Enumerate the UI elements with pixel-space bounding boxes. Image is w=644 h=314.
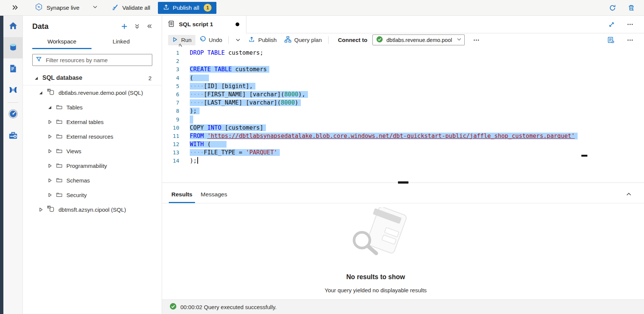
collapse-results-chevron-up-icon[interactable] [626, 185, 644, 203]
filter-resources-input[interactable] [45, 57, 149, 64]
publish-all-button[interactable]: Publish all 1 [158, 2, 217, 14]
document-tabstrip: SQL script 1 [162, 16, 644, 33]
toolbar-more-icon[interactable] [473, 37, 480, 43]
editor-results-splitter[interactable] [162, 182, 644, 185]
tree-item-label: Security [66, 192, 87, 198]
nav-home[interactable] [3, 16, 23, 37]
tab-sql-script-1[interactable]: SQL script 1 [162, 16, 246, 33]
database-icon [47, 205, 55, 214]
editor-more-icon[interactable] [627, 37, 633, 43]
query-plan-flowchart-icon [284, 36, 291, 44]
code-line-10[interactable]: 10COPY INTO [customers] [162, 124, 644, 132]
sql-code-editor[interactable]: 1DROP TABLE customers;23CREATE TABLE cus… [162, 46, 644, 182]
code-line-7[interactable]: 7····[LAST_NAME] [varchar](8000) [162, 99, 644, 107]
unsaved-changes-dot [236, 22, 239, 26]
empty-results-title: No results to show [346, 273, 405, 281]
tab-more-icon[interactable] [627, 21, 633, 28]
properties-icon[interactable] [607, 36, 615, 44]
triangle-collapsed-icon[interactable] [47, 163, 52, 168]
integrate-icon [8, 85, 18, 96]
code-line-8[interactable]: 8); [162, 107, 644, 115]
synapse-logo-icon [35, 3, 43, 12]
folder-icon [56, 104, 63, 111]
tab-messages[interactable]: Messages [197, 185, 231, 203]
folder-icon [56, 148, 63, 155]
line-number: 12 [162, 140, 190, 148]
collapse-panel-double-chevron-left-icon[interactable] [146, 23, 153, 30]
code-line-12[interactable]: 12WITH ( [162, 140, 644, 148]
code-line-4[interactable]: 4( [162, 74, 644, 82]
no-results-illustration [340, 207, 411, 260]
synapse-studio-app: Synapse live Validate all Publish all 1 [0, 0, 644, 314]
line-number: 8 [162, 107, 190, 115]
triangle-expanded-icon[interactable] [38, 90, 43, 95]
pool-name: dbtlabs.revenue.demo.pool [386, 37, 452, 43]
undo-button[interactable]: Undo [195, 34, 226, 45]
validate-check-icon [111, 3, 119, 12]
tree-item-security[interactable]: Security [23, 188, 162, 202]
nav-data[interactable] [3, 37, 23, 58]
triangle-expanded-icon[interactable] [33, 76, 39, 81]
publish-button[interactable]: Publish [245, 34, 280, 45]
code-line-13[interactable]: 13····FILE_TYPE = 'PARQUET' [162, 148, 644, 157]
triangle-collapsed-icon[interactable] [47, 178, 52, 183]
code-line-5[interactable]: 5····[ID] [bigint], [162, 82, 644, 90]
tree-item-dbtmsft-azsyn-cipool-sql[interactable]: dbtmsft.azsyn.cipool (SQL) [23, 202, 162, 217]
connect-pool-dropdown[interactable]: dbtlabs.revenue.demo.pool [372, 34, 465, 45]
tree-item-label: External resources [66, 133, 113, 140]
nav-manage[interactable] [3, 125, 23, 147]
code-line-1[interactable]: 1DROP TABLE customers; [162, 49, 644, 57]
left-nav-rail [0, 16, 23, 314]
code-line-11[interactable]: 11FROM 'https://dbtlabsynapsedatalake.bl… [162, 132, 644, 140]
develop-icon [9, 64, 18, 75]
synapse-live-dropdown[interactable]: Synapse live [35, 3, 98, 12]
code-line-6[interactable]: 6····[FIRST_NAME] [varchar](8000), [162, 90, 644, 99]
add-resource-plus-icon[interactable] [121, 23, 128, 30]
tab-workspace[interactable]: Workspace [32, 35, 92, 49]
status-text: 00:00:02 Query executed successfully. [180, 304, 277, 310]
rail-divider [8, 102, 18, 103]
validate-all-button[interactable]: Validate all [111, 3, 150, 12]
triangle-collapsed-icon[interactable] [38, 207, 43, 212]
expand-editor-icon[interactable] [608, 21, 615, 28]
line-number: 1 [162, 49, 190, 57]
tree-item-external-tables[interactable]: External tables [23, 115, 162, 129]
toolbar-separator [328, 36, 329, 44]
triangle-collapsed-icon[interactable] [47, 193, 52, 197]
expand-rail-double-chevron-icon[interactable] [11, 4, 18, 11]
nav-integrate[interactable] [3, 80, 23, 101]
nav-monitor[interactable] [3, 104, 23, 125]
overview-ruler-cursor-mark [581, 155, 587, 157]
triangle-collapsed-icon[interactable] [47, 120, 52, 124]
tree-item-external-resources[interactable]: External resources [23, 129, 162, 144]
refresh-icon[interactable] [609, 4, 616, 12]
tree-item-sql-database[interactable]: SQL database2 [23, 71, 162, 85]
results-tabstrip: Results Messages [162, 185, 644, 203]
manage-icon [8, 130, 18, 142]
triangle-collapsed-icon[interactable] [47, 134, 52, 139]
data-panel: Data Workspace Linked [23, 16, 162, 314]
run-options-chevron[interactable] [231, 36, 245, 44]
nav-develop[interactable] [3, 58, 23, 80]
triangle-collapsed-icon[interactable] [47, 149, 52, 154]
run-button[interactable]: Run [168, 35, 195, 45]
tree-item-views[interactable]: Views [23, 144, 162, 158]
query-statusbar: 00:00:02 Query executed successfully. [162, 299, 644, 314]
tab-results[interactable]: Results [167, 185, 197, 203]
tree-item-programmability[interactable]: Programmability [23, 158, 162, 173]
code-line-2[interactable]: 2 [162, 57, 644, 65]
tab-linked[interactable]: Linked [92, 35, 151, 49]
code-line-3[interactable]: 3CREATE TABLE customers [162, 65, 644, 73]
tree-item-schemas[interactable]: Schemas [23, 173, 162, 188]
triangle-expanded-icon[interactable] [47, 105, 52, 110]
query-plan-button[interactable]: Query plan [281, 34, 326, 46]
collapse-all-double-chevron-down-icon[interactable] [134, 23, 140, 30]
tree-item-dbtlabs-revenue-demo-pool-sql[interactable]: dbtlabs.revenue.demo.pool (SQL) [23, 85, 162, 100]
code-line-14[interactable]: 14); [162, 157, 644, 165]
discard-trash-icon[interactable] [627, 4, 635, 12]
tree-item-tables[interactable]: Tables [23, 100, 162, 115]
code-line-9[interactable]: 9 [162, 115, 644, 124]
pool-status-check-icon [376, 36, 383, 44]
splitter-drag-handle[interactable] [398, 181, 408, 184]
filter-box [32, 54, 152, 66]
